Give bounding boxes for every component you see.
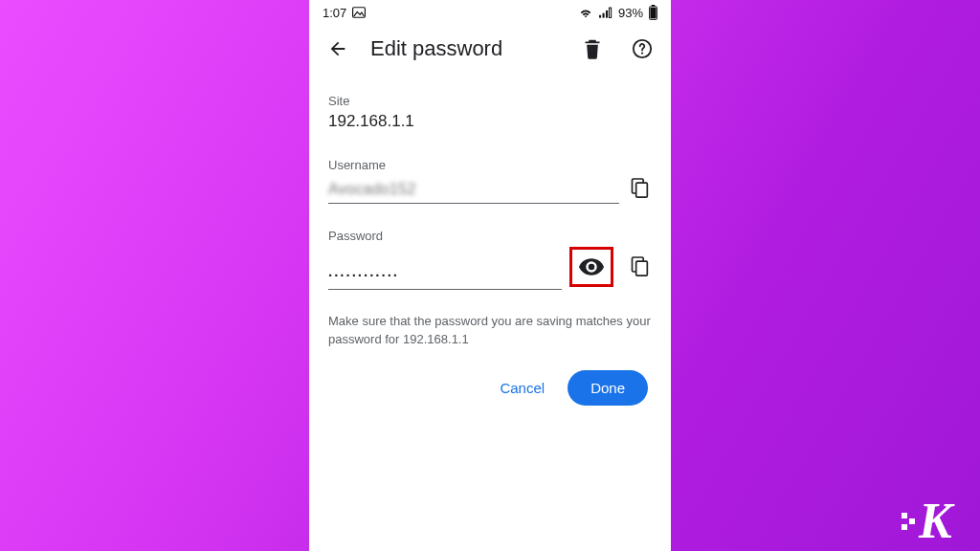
username-section: Username Avocado152 <box>328 158 652 204</box>
status-time: 1:07 <box>323 6 346 20</box>
svg-rect-1 <box>599 15 601 18</box>
copy-icon <box>630 178 649 199</box>
signal-icon <box>599 7 612 18</box>
cancel-button[interactable]: Cancel <box>494 372 550 404</box>
toggle-visibility-button[interactable] <box>578 253 605 280</box>
app-bar: Edit password <box>309 25 671 73</box>
eye-icon <box>579 258 604 276</box>
copy-password-button[interactable] <box>627 254 652 279</box>
svg-rect-11 <box>636 183 648 197</box>
help-icon <box>632 38 653 59</box>
svg-text:K: K <box>918 494 955 545</box>
battery-icon <box>649 5 657 20</box>
password-input[interactable]: ············ <box>328 265 562 290</box>
svg-rect-17 <box>902 524 907 530</box>
delete-button[interactable] <box>575 32 610 66</box>
site-section: Site 192.168.1.1 <box>328 94 652 131</box>
action-row: Cancel Done <box>328 370 652 406</box>
battery-text: 93% <box>618 6 643 20</box>
password-value: ············ <box>328 267 562 283</box>
page-title: Edit password <box>370 36 560 61</box>
svg-rect-3 <box>606 11 608 18</box>
trash-icon <box>583 38 602 59</box>
help-button[interactable] <box>625 32 659 66</box>
username-input[interactable]: Avocado152 <box>328 179 619 204</box>
svg-rect-2 <box>602 13 604 18</box>
username-value: Avocado152 <box>328 181 619 198</box>
copy-username-button[interactable] <box>627 176 652 201</box>
svg-rect-15 <box>902 513 907 518</box>
svg-point-12 <box>589 264 595 271</box>
svg-rect-14 <box>636 261 648 276</box>
svg-rect-4 <box>609 8 611 18</box>
site-value: 192.168.1.1 <box>328 112 652 131</box>
status-bar: 1:07 93% <box>309 0 671 25</box>
copy-icon <box>630 256 649 277</box>
arrow-left-icon <box>327 38 348 59</box>
picture-icon <box>352 7 366 18</box>
highlight-annotation <box>569 247 613 287</box>
password-section: Password ············ <box>328 229 652 290</box>
done-button[interactable]: Done <box>568 370 648 406</box>
svg-point-9 <box>641 52 643 54</box>
svg-rect-16 <box>909 518 915 524</box>
phone-frame: 1:07 93% Edit password <box>309 0 671 551</box>
password-label: Password <box>328 229 652 243</box>
hint-text: Make sure that the password you are savi… <box>328 313 652 349</box>
svg-rect-7 <box>650 8 656 19</box>
content-area: Site 192.168.1.1 Username Avocado152 Pas… <box>309 73 671 406</box>
back-button[interactable] <box>321 32 355 66</box>
watermark-logo: K <box>902 488 972 545</box>
site-label: Site <box>328 94 652 108</box>
username-label: Username <box>328 158 652 172</box>
wifi-icon <box>578 7 593 18</box>
